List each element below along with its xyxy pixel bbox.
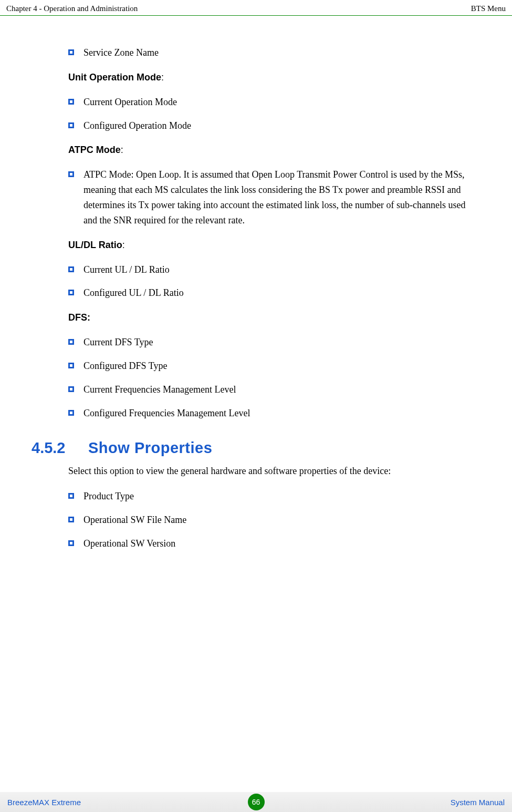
section-label-atpc-mode: ATPC Mode: — [68, 145, 480, 156]
list-item: Current Operation Mode — [68, 95, 480, 110]
list-item: Service Zone Name — [68, 45, 480, 60]
bullet-text: Current DFS Type — [83, 335, 480, 350]
bullet-text: Current UL / DL Ratio — [83, 262, 480, 277]
bullet-icon — [68, 49, 74, 55]
bullet-icon — [68, 171, 74, 177]
bullet-text: Configured Frequencies Management Level — [83, 406, 480, 421]
bullet-icon — [68, 386, 74, 392]
list-item: ATPC Mode: Open Loop. It is assumed that… — [68, 167, 480, 228]
bullet-text: Product Type — [83, 489, 480, 504]
footer-right: System Manual — [451, 798, 505, 807]
header-left: Chapter 4 - Operation and Administration — [6, 4, 138, 13]
list-item: Current UL / DL Ratio — [68, 262, 480, 277]
page-content: Service Zone Name Unit Operation Mode: C… — [0, 16, 512, 792]
bullet-icon — [68, 363, 74, 368]
bullet-text: Operational SW File Name — [83, 512, 480, 528]
list-item: Current DFS Type — [68, 335, 480, 350]
list-item: Configured UL / DL Ratio — [68, 285, 480, 301]
section-label-uldl-ratio: UL/DL Ratio: — [68, 240, 480, 251]
header-right: BTS Menu — [471, 4, 506, 13]
list-item: Operational SW File Name — [68, 512, 480, 528]
list-item: Current Frequencies Management Level — [68, 382, 480, 397]
bullet-icon — [68, 122, 74, 128]
bullet-icon — [68, 410, 74, 416]
list-item: Operational SW Version — [68, 536, 480, 551]
bullet-text: Configured Operation Mode — [83, 118, 480, 133]
bullet-icon — [68, 493, 74, 499]
bullet-icon — [68, 266, 74, 272]
heading-number: 4.5.2 — [32, 439, 88, 457]
bullet-text: ATPC Mode: Open Loop. It is assumed that… — [83, 167, 480, 228]
section-label-unit-op-mode: Unit Operation Mode: — [68, 72, 480, 83]
bullet-icon — [68, 339, 74, 345]
list-item: Configured DFS Type — [68, 358, 480, 374]
bullet-text: Current Operation Mode — [83, 95, 480, 110]
bullet-text: Current Frequencies Management Level — [83, 382, 480, 397]
bullet-text: Operational SW Version — [83, 536, 480, 551]
list-item: Configured Frequencies Management Level — [68, 406, 480, 421]
bullet-icon — [68, 290, 74, 295]
bullet-icon — [68, 517, 74, 522]
paragraph: Select this option to view the general h… — [68, 463, 480, 479]
page-footer: BreezeMAX Extreme 66 System Manual — [0, 792, 512, 812]
section-label-dfs: DFS: — [68, 312, 480, 323]
bullet-text: Configured DFS Type — [83, 358, 480, 374]
list-item: Configured Operation Mode — [68, 118, 480, 133]
heading-title: Show Properties — [88, 439, 212, 457]
page-header: Chapter 4 - Operation and Administration… — [0, 0, 512, 16]
bullet-text: Configured UL / DL Ratio — [83, 285, 480, 301]
bullet-icon — [68, 540, 74, 546]
section-heading: 4.5.2 Show Properties — [32, 439, 480, 457]
footer-left: BreezeMAX Extreme — [7, 798, 81, 807]
list-item: Product Type — [68, 489, 480, 504]
bullet-icon — [68, 99, 74, 105]
page-number-badge: 66 — [248, 794, 265, 810]
bullet-text: Service Zone Name — [83, 45, 480, 60]
